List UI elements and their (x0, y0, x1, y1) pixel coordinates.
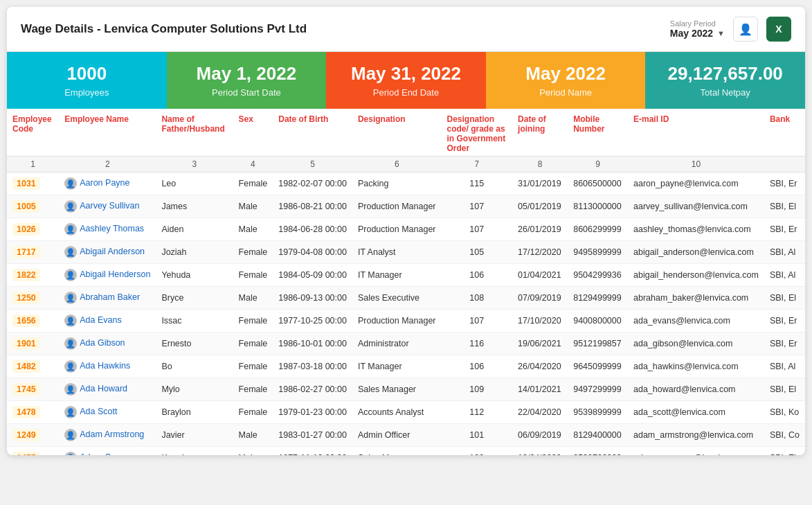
emp-name-cell: 👤Aarvey Sullivan (59, 195, 156, 218)
bank-cell: SBI, Er (764, 218, 805, 241)
bank-cell: SBI, Al (764, 355, 805, 378)
emp-name-cell: 👤Ada Hawkins (59, 355, 156, 378)
avatar: 👤 (64, 314, 77, 327)
designation-cell: Sales Manager (352, 378, 442, 401)
doj-cell: 17/10/2020 (512, 310, 568, 333)
mobile-cell: 8113000000 (568, 195, 628, 218)
sex-cell: Male (233, 195, 273, 218)
emp-name-cell: 👤Ada Evans (59, 310, 156, 333)
bank-cell: SBI, Co (764, 424, 805, 447)
desig-code-cell: 107 (442, 310, 513, 333)
avatar: 👤 (64, 292, 77, 304)
doj-cell: 14/01/2021 (512, 378, 568, 401)
stat-label-period_start: Period Start Date (212, 87, 281, 98)
sex-cell: Male (233, 447, 273, 456)
sex-cell: Male (233, 287, 273, 310)
mobile-cell: 9539899999 (568, 401, 628, 424)
stat-value-period_end: May 31, 2022 (351, 63, 461, 85)
email-cell: abigail_henderson@lenvica.com (628, 264, 764, 287)
emp-code-cell: 1656 (7, 310, 59, 333)
col-num-sex: 4 (233, 157, 273, 172)
desig-code-cell: 115 (442, 172, 513, 195)
mobile-cell: 8606299999 (568, 218, 628, 241)
dob-cell: 1979-01-23 00:00 (273, 401, 352, 424)
excel-export-button[interactable]: X (766, 17, 791, 42)
table-container[interactable]: Employee CodeEmployee NameName of Father… (7, 109, 805, 455)
mobile-cell: 8129499999 (568, 287, 628, 310)
bank-cell: SBI, Al (764, 241, 805, 264)
stat-label-period_end: Period End Date (373, 87, 439, 98)
table-row[interactable]: 1656👤Ada EvansIssacFemale1977-10-25 00:0… (7, 310, 805, 333)
col-num-bank (764, 157, 805, 172)
col-header-dob: Date of Birth (273, 109, 352, 157)
sex-cell: Female (233, 333, 273, 355)
bank-cell: SBI, El (764, 447, 805, 456)
table-row[interactable]: 1249👤Adam ArmstrongJavierMale1983-01-27 … (7, 424, 805, 447)
mobile-cell: 9512199857 (568, 333, 628, 355)
table-row[interactable]: 1031👤Aaron PayneLeoFemale1982-02-07 00:0… (7, 172, 805, 195)
bank-cell: SBI, Al (764, 264, 805, 287)
table-row[interactable]: 1478👤Ada ScottBraylonFemale1979-01-23 00… (7, 401, 805, 424)
col-header-emp_code: Employee Code (7, 109, 59, 157)
email-cell: ada_evans@lenvica.com (628, 310, 764, 333)
sex-cell: Male (233, 424, 273, 447)
stat-label-employees: Employees (64, 87, 109, 98)
emp-code-cell: 1031 (7, 172, 59, 195)
sex-cell: Female (233, 264, 273, 287)
avatar: 👤 (64, 452, 77, 455)
person-icon: 👤 (739, 23, 752, 36)
table-row[interactable]: 1026👤Aashley ThomasAidenMale1984-06-28 0… (7, 218, 805, 241)
father-name-cell: Issac (156, 310, 233, 333)
col-num-email: 10 (628, 157, 764, 172)
table-row[interactable]: 1717👤Abigail AndersonJoziahFemale1979-04… (7, 241, 805, 264)
header: Wage Details - Lenvica Computer Solution… (7, 7, 805, 52)
dob-cell: 1986-09-13 00:00 (273, 287, 352, 310)
table-row[interactable]: 1005👤Aarvey SullivanJamesMale1986-08-21 … (7, 195, 805, 218)
stat-label-period_name: Period Name (539, 87, 592, 98)
email-cell: aaron_payne@lenvica.com (628, 172, 764, 195)
emp-name-cell: 👤Ada Gibson (59, 333, 156, 355)
email-cell: aashley_thomas@lenvica.com (628, 218, 764, 241)
doj-cell: 19/04/2020 (512, 447, 568, 456)
table-row[interactable]: 1901👤Ada GibsonErnestoFemale1986-10-01 0… (7, 333, 805, 355)
table-row[interactable]: 1475👤Adam CameronKamdenMale1977-11-19 00… (7, 447, 805, 456)
avatar: 👤 (64, 406, 77, 418)
designation-cell: Packing (352, 172, 442, 195)
stats-row: 1000 Employees May 1, 2022 Period Start … (7, 52, 805, 109)
avatar: 👤 (64, 337, 77, 350)
salary-period-group: Salary Period May 2022 ▼ (670, 19, 725, 39)
doj-cell: 17/12/2020 (512, 241, 568, 264)
desig-code-cell: 109 (442, 378, 513, 401)
stat-value-employees: 1000 (66, 63, 107, 85)
mobile-cell: 9539700000 (568, 447, 628, 456)
father-name-cell: Bryce (156, 287, 233, 310)
mobile-cell: 9645099999 (568, 355, 628, 378)
dob-cell: 1979-04-08 00:00 (273, 241, 352, 264)
dob-cell: 1986-10-01 00:00 (273, 333, 352, 355)
dob-cell: 1983-01-27 00:00 (273, 424, 352, 447)
email-cell: adam_cameron@lenvica.com (628, 447, 764, 456)
emp-name-cell: 👤Aashley Thomas (59, 218, 156, 241)
doj-cell: 07/09/2019 (512, 287, 568, 310)
desig-code-cell: 109 (442, 447, 513, 456)
designation-cell: IT Manager (352, 355, 442, 378)
emp-name-cell: 👤Adam Cameron (59, 447, 156, 456)
salary-period-select[interactable]: May 2022 ▼ (670, 28, 725, 39)
app-container: Wage Details - Lenvica Computer Solution… (7, 7, 805, 455)
designation-cell: Admin Officer (352, 424, 442, 447)
desig-code-cell: 108 (442, 287, 513, 310)
desig-code-cell: 112 (442, 401, 513, 424)
col-num-designation: 6 (352, 157, 442, 172)
employee-report-button[interactable]: 👤 (733, 17, 758, 42)
avatar: 👤 (64, 177, 77, 190)
table-row[interactable]: 1745👤Ada HowardMyloFemale1986-02-27 00:0… (7, 378, 805, 401)
table-row[interactable]: 1482👤Ada HawkinsBoFemale1987-03-18 00:00… (7, 355, 805, 378)
emp-code-cell: 1475 (7, 447, 59, 456)
desig-code-cell: 107 (442, 195, 513, 218)
table-row[interactable]: 1250👤Abraham BakerBryceMale1986-09-13 00… (7, 287, 805, 310)
stat-value-period_start: May 1, 2022 (197, 63, 297, 85)
table-row[interactable]: 1822👤Abigail HendersonYehudaFemale1984-0… (7, 264, 805, 287)
father-name-cell: Ernesto (156, 333, 233, 355)
col-num-desig_code: 7 (442, 157, 513, 172)
col-header-emp_name: Employee Name (59, 109, 156, 157)
